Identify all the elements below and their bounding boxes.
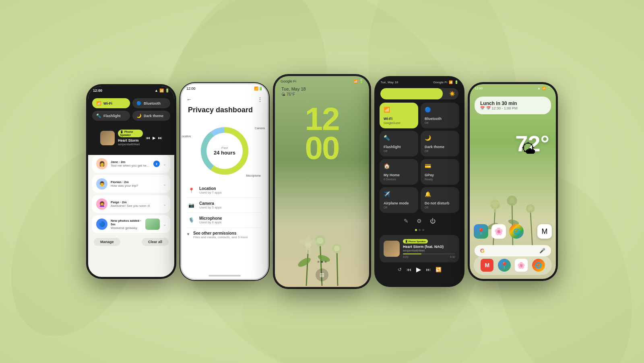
calendar-time-label: 📅 12:30 - 1:00 PM [486,106,518,110]
phone1-status-icons: ▲ 📶 🔋 [155,89,169,93]
tile-dark-theme[interactable]: 🌙 Dark theme Off [421,131,459,157]
notification-actions: Manage Clear all [88,235,174,248]
brightness-slider[interactable]: ☀️ [380,88,458,99]
notif-paige[interactable]: 👩‍🦱 Paige · 2m Awesome! See you soon :0 … [92,195,170,213]
phone5-battery-icon: 🔋 [547,87,551,90]
temperature-display: 72° [470,118,556,157]
dnd-sub: Off [425,206,455,209]
dot-3 [325,261,327,263]
phone3-signal-icon: 📶 [353,79,358,83]
phone4-status-bar: Tue, May 18 Google Fi 📶 🔋 [376,78,462,87]
see-other-permissions[interactable]: ▾ See other permissions Files and media,… [182,228,268,242]
play-pause-button[interactable]: ▶ [416,266,421,273]
app-dock: M 📍 🌸 🌐 [474,256,552,275]
notif-jane[interactable]: 👩 Jane · 2m Text me when you get here! 2… [92,155,170,173]
phone4-music-card: 📱 Phone Speaker Heart Storm (feat. NAO) … [380,235,459,262]
bluetooth-tile-icon: 🔵 [136,101,141,105]
music-artist: serpentwithfeet [118,142,143,146]
tile-flashlight[interactable]: 🔦 Flashlight Off [380,131,418,157]
phone4-music-controls: ↺ ⏮ ▶ ⏭ 🔁 [376,264,462,275]
microphone-icon: 🎙️ [187,216,195,224]
replay-button[interactable]: ↺ [398,267,402,272]
nav-hint-button[interactable]: ⊞ [316,268,328,281]
calendar-event-title: Lunch in 30 min [480,101,545,106]
tile-dark-theme[interactable]: 🌙 Dark theme [132,111,170,121]
google-search-bar[interactable]: G 🎤 [475,245,551,256]
location-permission[interactable]: 📍 Location Used by 7 apps [187,183,262,198]
notif-photos[interactable]: 🔵 New photos added · 5m Weekend getaway … [92,215,170,233]
prev-button[interactable]: ⏮ [407,267,411,272]
app-icons-area: M [537,224,552,239]
my-home-sub: 6 Devices [384,178,414,181]
tile-bluetooth[interactable]: 🔵 Bluetooth [132,98,170,108]
florian-expand-icon[interactable]: ⌄ [163,182,166,186]
tile-gpay[interactable]: 💳 GPay Ready [421,159,459,185]
notif-florian[interactable]: 👨 Florian · 2m How was your trip? ⌄ [92,175,170,193]
menu-button[interactable]: ⋮ [257,96,263,103]
next-button[interactable]: ⏭ [426,267,431,272]
photos-dock-icon[interactable]: 🌸 [515,259,528,272]
tile-bluetooth[interactable]: 🔵 Bluetooth Off [421,103,459,128]
jane-expand-icon[interactable]: ⌄ [163,162,166,166]
edit-icon[interactable]: ✎ [404,218,409,224]
flashlight-label: Flashlight [384,145,401,149]
tile-airplane-mode[interactable]: ✈️ Airplane mode Off [380,187,418,213]
photos-icon[interactable]: 🌸 [491,224,506,239]
dark-theme-tile-icon: 🌙 [136,113,141,118]
lockscreen-dots [318,261,327,263]
chrome-icon[interactable]: 🌐 [509,224,524,239]
jane-badge: 2 [153,161,160,167]
tile-wifi[interactable]: 📶 Wi-Fi GoogleGuest [380,103,418,128]
photos-expand-icon[interactable]: ⌄ [163,222,166,227]
music-progress-bar[interactable] [403,254,455,254]
photos-content: New photos added · 5m Weekend getaway [111,219,142,230]
tile-my-home[interactable]: 🏠 My Home 6 Devices [380,159,418,185]
phone4-battery-icon: 🔋 [454,80,458,84]
phone2: 12:00 📶🔋 ← ⋮ Privacy dashboard [180,83,269,280]
mic-icon[interactable]: 🎤 [539,248,545,254]
phone3-status-bar: Google Fi 📶 🔋 [275,76,369,87]
phone5-wifi-icon: 📶 [542,87,546,90]
dnd-icon: 🔔 [425,191,455,197]
tile-wifi[interactable]: 📶 Wi-Fi [92,98,130,108]
back-button[interactable]: ← [186,96,192,103]
play-button[interactable]: ▶ [153,136,156,140]
svg-line-18 [337,251,338,286]
chrome-dock-icon[interactable]: 🌐 [532,259,545,272]
settings-icon[interactable]: ⚙ [417,218,422,224]
tile-flashlight[interactable]: 🔦 Flashlight [92,111,130,121]
repeat-button[interactable]: 🔁 [436,267,442,272]
florian-name: Florian · 2m [111,180,160,184]
calendar-widget[interactable]: Lunch in 30 min 📅 📅 12:30 - 1:00 PM [475,97,551,114]
prev-button[interactable]: ⏮ [146,136,150,140]
brightness-fill [380,88,443,99]
paige-expand-icon[interactable]: ⌄ [163,202,166,206]
phone5-signal-icon: ▲ [537,87,541,90]
tile-dnd[interactable]: 🔔 Do not disturb Off [421,187,459,213]
privacy-dashboard-title: Privacy dashboard [182,106,268,119]
see-other-sub: Files and media, contacts, and 3 more [193,235,248,239]
dock-row-top: 📍 🌸 🌐 [474,224,524,239]
svg-point-29 [306,246,311,254]
flashlight-tile-label: Flashlight [103,114,121,118]
flashlight-icon: 🔦 [384,135,414,141]
clear-all-button[interactable]: Clear all [142,238,169,246]
power-icon[interactable]: ⏻ [430,218,436,224]
next-button[interactable]: ⏭ [158,136,162,140]
camera-permission[interactable]: 📷 Camera Used by 5 apps [187,198,262,213]
gmail-icon[interactable]: M [537,224,552,239]
dot-1 [318,261,320,263]
music-info: 📱 Phone Speaker Heart Storm serpentwithf… [118,130,143,146]
gpay-icon: 💳 [425,163,455,169]
manage-button[interactable]: Manage [94,238,120,246]
phone5-screen: 12:00 ▲ 📶 🔋 Lunch in 30 min 📅 📅 12:30 - … [470,84,556,279]
maps-icon[interactable]: 📍 [474,224,488,239]
lockscreen-clock: 12 00 [275,101,369,167]
calendar-icon: 📅 [480,106,485,110]
microphone-permission[interactable]: 🎙️ Microphone Used by 6 apps [187,213,262,228]
gmail-dock-icon[interactable]: M [481,259,493,272]
dnd-label: Do not disturb [425,201,450,205]
svg-point-26 [334,246,340,252]
maps-dock-icon[interactable]: 📍 [498,259,511,272]
airplane-sub: Off [384,206,414,209]
